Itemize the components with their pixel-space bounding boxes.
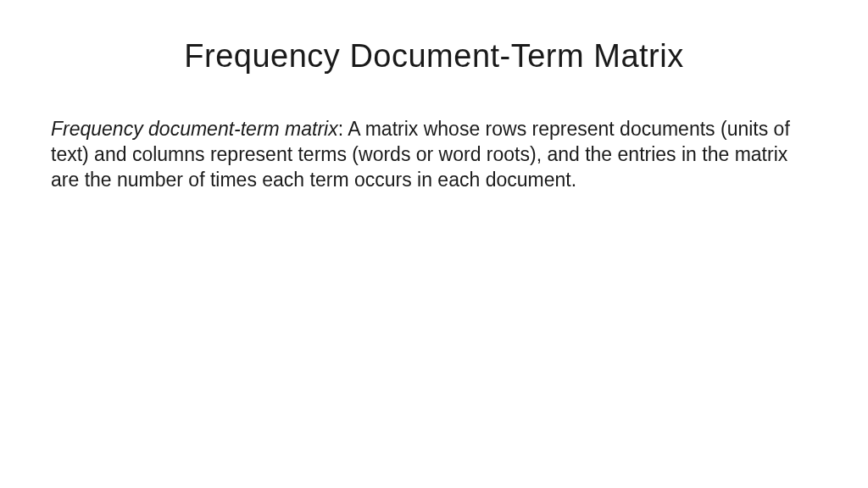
definition-paragraph: Frequency document-term matrix: A matrix… bbox=[51, 117, 817, 193]
definition-term: Frequency document-term matrix bbox=[51, 118, 338, 140]
slide-title: Frequency Document-Term Matrix bbox=[51, 38, 817, 75]
